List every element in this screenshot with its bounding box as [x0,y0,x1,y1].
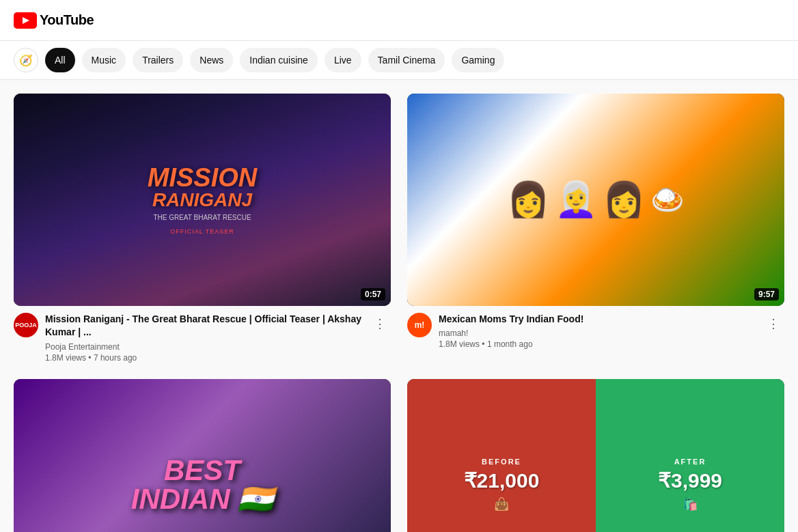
lv-bag-icon: 👜 [494,496,509,512]
chip-gaming[interactable]: Gaming [452,48,504,72]
compass-icon: 🧭 [19,54,33,67]
filter-icon-button[interactable]: 🧭 [14,48,38,72]
thumbnail-content-v4: BEFORE ₹21,000 👜 AFTER ₹3,999 🛍️ [407,379,784,532]
filter-bar: 🧭 All Music Trailers News Indian cuisine… [0,41,798,80]
after-label: AFTER [674,458,706,466]
chip-tamil-cinema[interactable]: Tamil Cinema [368,48,445,72]
video-meta-v2: Mexican Moms Try Indian Food! mamah! 1.8… [439,313,756,350]
video-card-v4[interactable]: BEFORE ₹21,000 👜 AFTER ₹3,999 🛍️ 9:21 S [407,379,784,532]
content-area: MISSION RANIGANJ THE GREAT BHARAT RESCUE… [0,80,798,532]
person-emoji-3: 👩 [603,180,645,219]
chip-indian-cuisine[interactable]: Indian cuisine [240,48,318,72]
youtube-icon [14,12,37,29]
thumb-best-indian-text: BESTINDIAN 🇮🇳 [131,456,273,514]
thumbnail-v2[interactable]: 👩 👩‍🦳 👩 🍛 9:57 [407,94,784,306]
more-options-v1[interactable]: ⋮ [369,313,391,335]
thumbnail-content-v1: MISSION RANIGANJ THE GREAT BHARAT RESCUE… [14,94,391,306]
thumb-before-panel: BEFORE ₹21,000 👜 [407,379,596,532]
duration-badge-v2: 9:57 [754,288,779,300]
thumbnail-v4[interactable]: BEFORE ₹21,000 👜 AFTER ₹3,999 🛍️ 9:21 [407,379,784,532]
channel-name-v2: mamah! [439,328,756,338]
video-info-v2: m! Mexican Moms Try Indian Food! mamah! … [407,313,784,350]
after-amount: ₹3,999 [658,468,722,492]
avatar-v2: m! [407,313,432,337]
thumbnail-v3[interactable]: BESTINDIAN 🇮🇳 1:41:54 [14,379,391,532]
chip-trailers[interactable]: Trailers [133,48,183,72]
gucci-bag-icon: 🛍️ [683,496,698,512]
before-amount: ₹21,000 [464,468,540,492]
video-info-v1: POOJA Mission Raniganj - The Great Bhara… [14,313,391,363]
avatar-v1: POOJA [14,313,38,337]
thumbnail-content-v3: BESTINDIAN 🇮🇳 [14,379,391,532]
video-card-v3[interactable]: BESTINDIAN 🇮🇳 1:41:54 TR BEST INDIAN Act… [14,379,391,532]
thumbnail-v1[interactable]: MISSION RANIGANJ THE GREAT BHARAT RESCUE… [14,94,391,306]
avatar-label-v1: POOJA [15,322,37,328]
channel-name-v1: Pooja Entertainment [45,342,362,352]
thumb-after-panel: AFTER ₹3,999 🛍️ [596,379,784,532]
person-emoji-1: 👩 [507,180,549,219]
video-stats-v1: 1.8M views • 7 hours ago [45,353,362,363]
video-title-v1: Mission Raniganj - The Great Bharat Resc… [45,313,362,339]
chip-all[interactable]: All [45,48,75,72]
before-label: BEFORE [482,458,521,466]
video-card-v1[interactable]: MISSION RANIGANJ THE GREAT BHARAT RESCUE… [14,94,391,363]
youtube-wordmark: YouTube [40,12,94,28]
thumbnail-content-v2: 👩 👩‍🦳 👩 🍛 [407,94,784,306]
chip-news[interactable]: News [190,48,233,72]
youtube-logo[interactable]: YouTube [14,12,94,29]
food-emoji: 🍛 [650,184,685,216]
video-card-v2[interactable]: 👩 👩‍🦳 👩 🍛 9:57 m! Mexican Moms Try India… [407,94,784,363]
person-emoji-2: 👩‍🦳 [555,180,597,219]
video-title-v2: Mexican Moms Try Indian Food! [439,313,756,326]
more-options-v2[interactable]: ⋮ [762,313,784,335]
video-grid: MISSION RANIGANJ THE GREAT BHARAT RESCUE… [14,94,784,532]
video-stats-v2: 1.8M views • 1 month ago [439,339,756,349]
video-meta-v1: Mission Raniganj - The Great Bharat Resc… [45,313,362,363]
chip-live[interactable]: Live [325,48,361,72]
thumb-title-line1: MISSION [148,165,257,191]
chip-music[interactable]: Music [82,48,126,72]
header: YouTube [0,0,798,41]
duration-badge-v1: 0:57 [361,288,385,300]
thumb-title-line2: RANIGANJ [148,191,257,210]
